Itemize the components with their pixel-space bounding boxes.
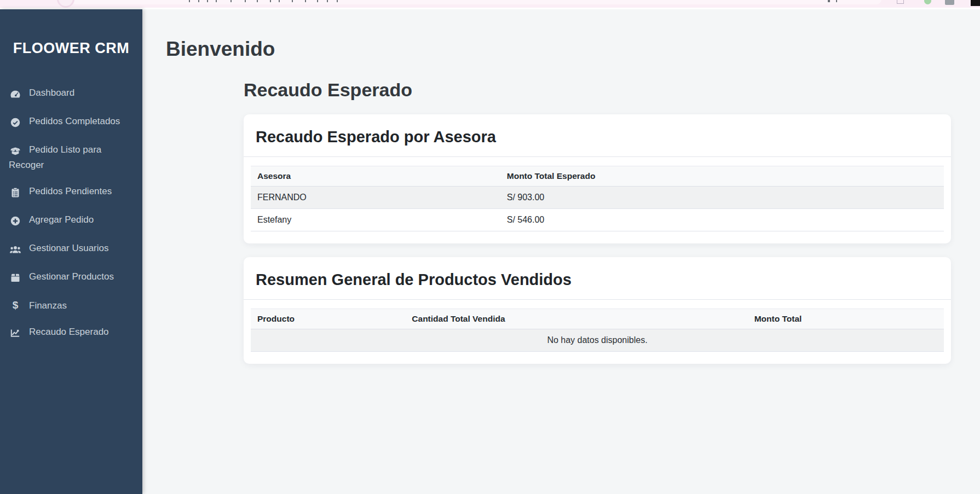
app-shell: FLOOWER CRM Dashboard Pedidos Completado… bbox=[0, 9, 980, 494]
sidebar: FLOOWER CRM Dashboard Pedidos Completado… bbox=[0, 9, 142, 494]
card-title: Resumen General de Productos Vendidos bbox=[256, 271, 939, 289]
sidebar-item-label: Recaudo Esperado bbox=[29, 327, 109, 337]
asesora-cell: Estefany bbox=[251, 209, 500, 231]
card-header: Recaudo Esperado por Asesora bbox=[244, 114, 951, 157]
url-text-fragment bbox=[836, 0, 837, 2]
plus-circle-icon bbox=[9, 216, 22, 229]
browser-menu-icon[interactable] bbox=[971, 0, 980, 6]
url-text-fragment bbox=[230, 0, 232, 2]
sidebar-item-label: Pedidos Pendientes bbox=[29, 186, 112, 196]
asesora-cell: FERNANDO bbox=[251, 187, 500, 209]
column-header-monto-total-esperado: Monto Total Esperado bbox=[500, 166, 944, 187]
sidebar-item-label: Gestionar Usuarios bbox=[29, 243, 109, 253]
column-header-monto-total: Monto Total bbox=[748, 309, 944, 329]
url-text-fragment bbox=[279, 0, 280, 2]
browser-button-circle-icon[interactable] bbox=[57, 0, 74, 8]
card-title: Recaudo Esperado por Asesora bbox=[256, 128, 939, 146]
sidebar-item-label: Pedidos Completados bbox=[29, 116, 120, 126]
url-text-fragment bbox=[292, 0, 293, 2]
sidebar-item-pedidos-completados[interactable]: Pedidos Completados bbox=[0, 108, 142, 137]
brand-logo: FLOOWER CRM bbox=[0, 9, 142, 57]
sidebar-item-label: Pedido Listo para Recoger bbox=[9, 144, 101, 170]
sidebar-item-agregar-pedido[interactable]: Agregar Pedido bbox=[0, 207, 142, 235]
sidebar-nav: Dashboard Pedidos Completados Pedido Lis… bbox=[0, 80, 142, 347]
monto-cell: S/ 546.00 bbox=[500, 209, 944, 231]
users-icon bbox=[9, 244, 22, 257]
url-text-fragment bbox=[198, 0, 199, 2]
table-header-row: Asesora Monto Total Esperado bbox=[251, 166, 944, 187]
sidebar-item-pedido-listo-para-recoger[interactable]: Pedido Listo para Recoger bbox=[0, 137, 142, 178]
url-text-fragment bbox=[270, 0, 271, 2]
url-text-fragment bbox=[189, 0, 190, 2]
dollar-sign-icon: $ bbox=[9, 299, 22, 312]
url-text-fragment bbox=[828, 0, 830, 2]
card-header: Resumen General de Productos Vendidos bbox=[244, 257, 951, 300]
card-resumen-productos: Resumen General de Productos Vendidos Pr… bbox=[244, 257, 951, 364]
sidebar-item-label: Agregar Pedido bbox=[29, 214, 94, 225]
url-text-fragment bbox=[317, 0, 318, 2]
card-body: Producto Cantidad Total Vendida Monto To… bbox=[244, 300, 951, 364]
table-header-row: Producto Cantidad Total Vendida Monto To… bbox=[251, 309, 944, 329]
url-text-fragment bbox=[245, 0, 246, 2]
browser-download-icon[interactable] bbox=[897, 0, 904, 4]
table-row: Estefany S/ 546.00 bbox=[251, 209, 944, 231]
table-row: FERNANDO S/ 903.00 bbox=[251, 187, 944, 209]
monto-cell: S/ 903.00 bbox=[500, 187, 944, 209]
sidebar-item-recaudo-esperado[interactable]: Recaudo Esperado bbox=[0, 319, 142, 347]
sidebar-item-dashboard[interactable]: Dashboard bbox=[0, 80, 142, 108]
main-content: Bienvenido Recaudo Esperado Recaudo Espe… bbox=[142, 9, 980, 494]
column-header-producto: Producto bbox=[251, 309, 405, 329]
empty-table-row: No hay datos disponibles. bbox=[251, 329, 944, 352]
address-bar[interactable] bbox=[71, 0, 881, 4]
column-header-cantidad-total-vendida: Cantidad Total Vendida bbox=[405, 309, 747, 329]
chart-line-icon bbox=[9, 328, 22, 341]
check-circle-icon bbox=[9, 117, 22, 130]
section-title: Recaudo Esperado bbox=[244, 79, 951, 101]
card-recaudo-por-asesora: Recaudo Esperado por Asesora Asesora Mon… bbox=[244, 114, 951, 243]
browser-chrome bbox=[0, 0, 980, 8]
productos-table: Producto Cantidad Total Vendida Monto To… bbox=[251, 309, 944, 352]
sidebar-item-gestionar-productos[interactable]: Gestionar Productos bbox=[0, 264, 142, 292]
sidebar-item-finanzas[interactable]: $Finanzas bbox=[0, 292, 142, 319]
url-text-fragment bbox=[337, 0, 338, 2]
page-title: Bienvenido bbox=[166, 38, 980, 61]
browser-extensions-icon[interactable] bbox=[945, 0, 954, 5]
box-open-icon bbox=[9, 146, 22, 159]
sidebar-item-pedidos-pendientes[interactable]: Pedidos Pendientes bbox=[0, 178, 142, 207]
no-data-message: No hay datos disponibles. bbox=[251, 329, 944, 352]
tachometer-icon bbox=[9, 89, 22, 102]
url-text-fragment bbox=[257, 0, 258, 2]
sidebar-item-label: Finanzas bbox=[29, 300, 67, 311]
box-icon bbox=[9, 272, 22, 286]
url-text-fragment bbox=[327, 0, 328, 2]
url-text-fragment bbox=[305, 0, 306, 2]
column-header-asesora: Asesora bbox=[251, 166, 500, 187]
url-text-fragment bbox=[207, 0, 208, 2]
sidebar-item-label: Dashboard bbox=[29, 88, 74, 98]
recaudo-esperado-section: Recaudo Esperado Recaudo Esperado por As… bbox=[244, 79, 951, 364]
sidebar-item-gestionar-usuarios[interactable]: Gestionar Usuarios bbox=[0, 235, 142, 264]
clipboard-list-icon bbox=[9, 187, 22, 200]
sidebar-item-label: Gestionar Productos bbox=[29, 271, 114, 282]
card-body: Asesora Monto Total Esperado FERNANDO S/… bbox=[244, 157, 951, 243]
url-text-fragment bbox=[216, 0, 217, 2]
asesora-table: Asesora Monto Total Esperado FERNANDO S/… bbox=[251, 166, 944, 231]
browser-profile-avatar[interactable] bbox=[924, 0, 931, 4]
